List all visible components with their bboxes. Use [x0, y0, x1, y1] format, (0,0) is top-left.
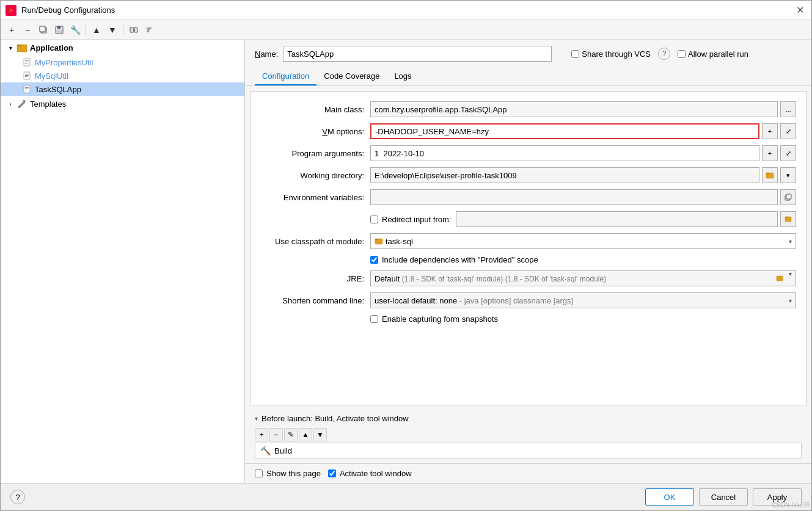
redirect-browse-button[interactable]: [780, 211, 796, 227]
classpath-dropdown[interactable]: task-sql ▾: [370, 233, 796, 249]
activate-window-checkbox[interactable]: [328, 469, 336, 477]
show-page-checkbox[interactable]: [255, 469, 263, 477]
shorten-cmd-extra: - java [options] classname [args]: [459, 296, 573, 305]
tab-code-coverage[interactable]: Code Coverage: [316, 68, 387, 85]
program-args-expand-button[interactable]: ⤢: [780, 145, 796, 161]
svg-rect-31: [786, 194, 791, 199]
build-label: Build: [274, 446, 292, 455]
before-launch-edit-button[interactable]: ✎: [284, 428, 298, 441]
toolbar-separator2: [123, 24, 123, 35]
before-launch-remove-button[interactable]: −: [269, 428, 283, 441]
remove-button[interactable]: −: [20, 23, 35, 37]
shorten-cmd-label: Shorten command line:: [260, 296, 370, 305]
before-launch-title: Before launch: Build, Activate tool wind…: [262, 414, 409, 423]
working-dir-input[interactable]: [370, 167, 759, 183]
wrench-button[interactable]: 🔧: [68, 23, 82, 37]
sidebar-item-templates[interactable]: › Templates: [1, 96, 244, 112]
config-panel: Main class: ... VM options: + ⤢: [250, 91, 807, 405]
before-launch-up-button[interactable]: ▲: [299, 428, 312, 441]
include-deps-checkbox-label[interactable]: Include dependencies with "Provided" sco…: [370, 255, 538, 264]
show-page-label: Show this page: [266, 469, 321, 478]
share-vcs-checkbox[interactable]: [571, 50, 579, 58]
before-launch-down-button[interactable]: ▼: [313, 428, 327, 441]
before-launch-add-button[interactable]: +: [255, 428, 268, 441]
application-folder-icon: [16, 42, 27, 53]
shorten-cmd-value: user-local default: none: [375, 296, 457, 305]
save-button[interactable]: [52, 23, 67, 37]
parallel-run-checkbox-row[interactable]: Allow parallel run: [678, 49, 748, 59]
working-dir-dropdown-button[interactable]: ▾: [780, 167, 796, 183]
up-button[interactable]: ▲: [89, 23, 104, 37]
name-bar: Name: Share through VCS ? Allow parallel…: [245, 40, 811, 68]
main-class-browse-button[interactable]: ...: [780, 101, 796, 117]
svg-rect-21: [25, 75, 29, 76]
before-launch-expand-icon: ▾: [255, 415, 258, 422]
tab-configuration[interactable]: Configuration: [255, 68, 316, 85]
name-input[interactable]: [283, 46, 552, 62]
help-icon[interactable]: ?: [658, 48, 670, 60]
show-page-checkbox-label[interactable]: Show this page: [255, 469, 321, 478]
enable-snapshots-checkbox-label[interactable]: Enable capturing form snapshots: [370, 314, 498, 324]
application-label: Application: [30, 43, 73, 53]
sidebar-item-application[interactable]: ▾ Application: [1, 40, 244, 56]
name-label: Name:: [255, 49, 278, 59]
program-args-add-button[interactable]: +: [762, 145, 778, 161]
svg-rect-22: [25, 76, 27, 77]
svg-rect-29: [766, 173, 769, 174]
sort-button[interactable]: [142, 23, 157, 37]
before-launch-toolbar: + − ✎ ▲ ▼: [250, 427, 807, 443]
shorten-cmd-arrow: ▾: [789, 297, 792, 304]
share-vcs-checkbox-row[interactable]: Share through VCS: [571, 49, 651, 59]
help-button[interactable]: ?: [10, 490, 25, 504]
vm-options-expand-button[interactable]: ⤢: [780, 123, 796, 139]
footer: ? OK Cancel Apply: [1, 483, 811, 510]
enable-snapshots-row: Enable capturing form snapshots: [260, 314, 796, 324]
mypropertiesutil-label: MyPropertiesUtil: [35, 58, 93, 67]
env-vars-label: Environment variables:: [260, 193, 370, 202]
jre-control: Default (1.8 - SDK of 'task-sql' module)…: [370, 270, 796, 286]
close-button[interactable]: ✕: [794, 4, 807, 16]
tab-logs[interactable]: Logs: [387, 68, 419, 85]
jre-browse-button[interactable]: [772, 270, 788, 286]
svg-rect-20: [25, 74, 29, 74]
activate-window-checkbox-label[interactable]: Activate tool window: [328, 469, 412, 478]
vm-options-add-button[interactable]: +: [762, 123, 778, 139]
redirect-checkbox-label[interactable]: Redirect input from:: [370, 215, 451, 224]
enable-snapshots-checkbox[interactable]: [370, 315, 378, 323]
working-dir-browse-button[interactable]: [762, 167, 778, 183]
main-class-row: Main class: ...: [260, 101, 796, 117]
main-class-input[interactable]: [370, 101, 778, 117]
shorten-cmd-dropdown[interactable]: user-local default: none - java [options…: [370, 292, 796, 308]
redirect-checkbox[interactable]: [370, 216, 378, 223]
redirect-input-row: Redirect input from:: [260, 211, 796, 227]
parallel-run-checkbox[interactable]: [678, 50, 686, 58]
before-launch-header[interactable]: ▾ Before launch: Build, Activate tool wi…: [250, 410, 807, 427]
include-deps-checkbox[interactable]: [370, 256, 378, 264]
cancel-button[interactable]: Cancel: [699, 488, 748, 506]
copy-button[interactable]: [36, 23, 51, 37]
env-vars-control: [370, 189, 796, 205]
svg-rect-35: [375, 239, 378, 240]
svg-rect-24: [25, 87, 29, 88]
program-args-input[interactable]: [370, 145, 759, 161]
classpath-dropdown-arrow: ▾: [789, 238, 792, 245]
module-folder-icon: [375, 237, 383, 245]
vm-options-input[interactable]: [370, 123, 759, 139]
sidebar-item-mysqlutil[interactable]: MySqlUtil: [1, 69, 244, 82]
jre-dropdown[interactable]: Default (1.8 - SDK of 'task-sql' module)…: [370, 270, 796, 286]
env-vars-input[interactable]: [370, 189, 778, 205]
vm-options-row: VM options: + ⤢: [260, 123, 796, 139]
ok-button[interactable]: OK: [645, 488, 694, 506]
env-vars-copy-button[interactable]: [780, 189, 796, 205]
enable-snapshots-label-text: Enable capturing form snapshots: [382, 314, 498, 324]
move-button[interactable]: [126, 23, 141, 37]
add-button[interactable]: +: [4, 23, 19, 37]
sidebar-item-mypropertiesutil[interactable]: MyPropertiesUtil: [1, 56, 244, 69]
svg-rect-5: [57, 26, 60, 29]
sidebar-item-tasksqlapp[interactable]: TaskSQLApp: [1, 82, 244, 96]
classpath-control: task-sql ▾: [370, 233, 796, 249]
redirect-input-field[interactable]: [456, 211, 778, 227]
vm-options-control: + ⤢: [370, 123, 796, 139]
env-vars-row: Environment variables:: [260, 189, 796, 205]
down-button[interactable]: ▼: [105, 23, 120, 37]
